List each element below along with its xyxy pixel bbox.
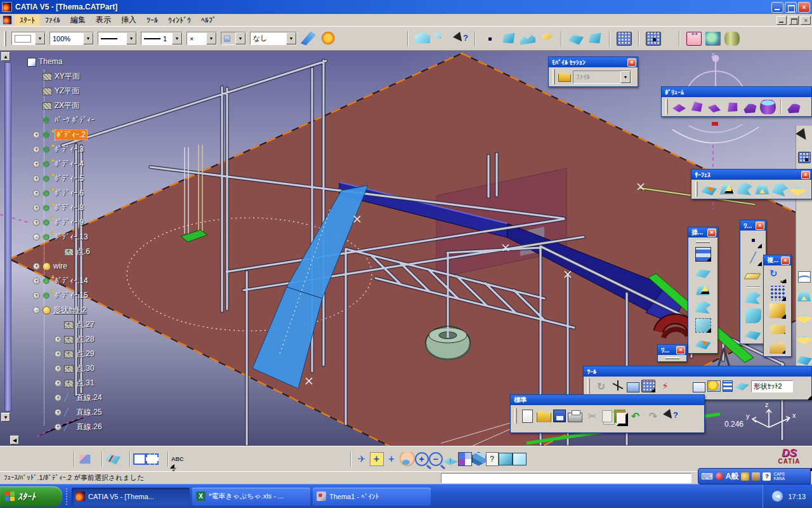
toolbar-grip[interactable] [4, 31, 6, 46]
app-icon[interactable] [2, 2, 12, 12]
swap-surface-icon[interactable] [796, 352, 812, 366]
curvature-analysis-icon[interactable] [105, 452, 121, 466]
measure-between-icon[interactable] [686, 32, 702, 46]
dome-surface-icon[interactable] [796, 289, 812, 304]
view-mode-icon[interactable]: ? [486, 452, 499, 466]
work-grid-icon[interactable] [641, 380, 655, 392]
render-style-dropdown[interactable]: なし ▼ [250, 32, 297, 45]
open-session-icon[interactable] [558, 72, 571, 82]
menu-help[interactable]: ﾍﾙﾌﾟ [196, 15, 221, 26]
line-type-dropdown[interactable]: ▼ [98, 32, 137, 45]
tree-item-yz-plane[interactable]: YZ平面 [0, 84, 165, 98]
line-icon[interactable]: ╱ [745, 251, 761, 265]
tree-item-point-29[interactable]: +点.29 [0, 347, 165, 361]
expand-toggle[interactable]: + [33, 131, 40, 138]
toolbar-grip[interactable] [587, 378, 590, 394]
palette-title[interactable]: 標準 [514, 396, 703, 404]
mean-dimensions-icon[interactable] [627, 382, 639, 392]
tree-item-point-28[interactable]: +点.28 [0, 332, 165, 347]
text-annotation-icon[interactable]: ABC [171, 456, 185, 462]
sketch-pick-icon[interactable] [646, 32, 661, 46]
ime-dictionary-icon[interactable] [752, 472, 760, 481]
close-icon[interactable]: × [756, 222, 764, 230]
quick-curve-icon[interactable] [501, 32, 516, 46]
tree-item-wire[interactable]: +wire [0, 259, 165, 274]
palette-title[interactable]: ﾎﾞﾘｭｰﾑ [665, 89, 810, 96]
expand-toggle[interactable]: + [33, 204, 40, 211]
expand-toggle[interactable]: + [33, 277, 40, 284]
toolbar-grip[interactable] [665, 99, 668, 114]
measure-item-icon[interactable] [705, 32, 721, 46]
expand-toggle[interactable]: + [33, 161, 40, 168]
object-repetition-icon[interactable] [769, 304, 785, 318]
painter-icon[interactable] [301, 32, 316, 46]
ime-status-icon[interactable] [716, 472, 723, 480]
toolbar-grip[interactable] [665, 357, 679, 359]
opacity-dropdown[interactable]: 100% ▼ [49, 32, 94, 45]
volume-close-surface-icon[interactable] [786, 100, 802, 114]
split-icon[interactable] [695, 265, 711, 279]
healing-icon[interactable] [695, 283, 711, 297]
menu-file[interactable]: ﾌｧｲﾙ [40, 15, 65, 26]
tree-item-point-30[interactable]: +点.30 [0, 361, 165, 376]
trim-icon[interactable] [695, 300, 711, 315]
surface-blend-icon[interactable] [771, 180, 789, 198]
tree-item-line-24[interactable]: +╱直線.24 [0, 391, 165, 405]
expand-toggle[interactable]: + [55, 351, 62, 358]
extract-icon[interactable] [695, 336, 711, 351]
quick-view-icon[interactable] [458, 452, 472, 466]
surface-offset-icon[interactable] [790, 182, 806, 197]
palette-title[interactable]: 操... [691, 228, 707, 237]
offset-surface-icon[interactable] [796, 310, 812, 324]
tree-item-partbody[interactable]: ﾊﾟｰﾂ ﾎﾞﾃﾞｨｰ [0, 113, 165, 128]
zoom-out-icon[interactable]: − [429, 452, 443, 466]
surface-extrude-icon[interactable] [701, 182, 717, 197]
tree-item-point-6[interactable]: 点.6 [0, 244, 165, 259]
hidden-icons-chevron[interactable]: ◀ [772, 491, 783, 502]
tree-item-body-2[interactable]: +ﾎﾞﾃﾞｨｰ.2 [0, 128, 165, 142]
tree-item-body-8[interactable]: +ﾎﾞﾃﾞｨｰ.8 [0, 201, 165, 215]
toolbar-grip[interactable] [695, 182, 698, 197]
select-icon[interactable] [796, 128, 812, 147]
boundary-icon[interactable] [695, 318, 711, 333]
menu-insert[interactable]: 挿入 [116, 13, 141, 27]
isometric-view-icon[interactable] [472, 452, 486, 466]
quick-volume-icon[interactable] [539, 32, 554, 46]
restore-button[interactable] [785, 2, 797, 13]
toolbar-grip[interactable] [553, 69, 555, 84]
tree-item-body-15[interactable]: +ﾎﾞﾃﾞｨｰ.15 [0, 288, 165, 303]
task-catia[interactable]: CATIA V5 - [Thema... [72, 488, 190, 505]
tree-item-body-4[interactable]: +ﾎﾞﾃﾞｨｰ.4 [0, 157, 165, 171]
insert-surface-icon[interactable] [415, 32, 430, 46]
fit-all-in-icon[interactable]: + [370, 452, 384, 466]
surface-revolve-icon[interactable] [719, 182, 735, 197]
child-minimize-button[interactable] [776, 16, 787, 25]
tire-swing[interactable] [426, 326, 470, 359]
dropdown-arrow-icon[interactable]: ▼ [286, 32, 296, 44]
expand-toggle[interactable]: + [55, 380, 62, 387]
axis-system-icon[interactable] [611, 379, 625, 393]
child-restore-button[interactable] [789, 16, 799, 25]
tree-item-body-5[interactable]: +ﾎﾞﾃﾞｨｰ.5 [0, 171, 165, 186]
zoom-in-icon[interactable]: + [415, 452, 429, 466]
wizard-icon[interactable] [320, 32, 335, 46]
expand-toggle[interactable]: - [33, 307, 40, 314]
dropdown-arrow-icon[interactable]: ▼ [35, 32, 45, 44]
task-excel[interactable]: X *電車きゃぷちゃ.xls - ... [192, 488, 310, 505]
tree-item-body-13[interactable]: -ﾎﾞﾃﾞｨｰ.13 [0, 230, 165, 244]
open-catalog-icon[interactable] [769, 321, 785, 336]
start-button[interactable]: ｽﾀｰﾄ [0, 486, 62, 507]
volume-revolve-icon[interactable] [689, 100, 705, 114]
tree-item-body-6[interactable]: +ﾎﾞﾃﾞｨｰ.6 [0, 186, 165, 201]
ime-tools-icon[interactable] [741, 472, 749, 481]
dropdown-arrow-icon[interactable]: ▼ [126, 32, 136, 44]
menu-tools[interactable]: ﾂｰﾙ [141, 15, 163, 26]
plane-icon[interactable] [745, 269, 761, 283]
tree-item-xy-plane[interactable]: XY平面 [0, 69, 165, 84]
normal-view-icon[interactable]: ↑ [443, 452, 458, 466]
tree-item-zx-plane[interactable]: ZX平面 [0, 98, 165, 113]
shading-icon[interactable] [499, 453, 513, 465]
volume-loft-icon[interactable] [723, 98, 742, 116]
volume-multi-section-icon[interactable] [742, 100, 758, 114]
menu-view[interactable]: 表示 [91, 13, 116, 27]
